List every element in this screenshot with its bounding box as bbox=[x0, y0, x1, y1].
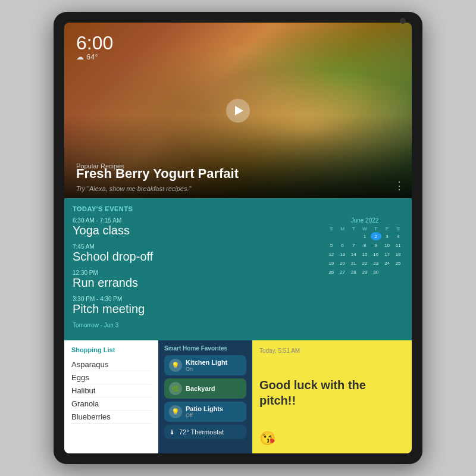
device-status: On bbox=[186, 366, 242, 372]
cal-day-header: W bbox=[359, 226, 370, 231]
event-4[interactable]: 3:30 PM - 4:30 PM Pitch meeting bbox=[73, 296, 320, 316]
event-3[interactable]: 12:30 PM Run errands bbox=[73, 270, 320, 290]
cal-day[interactable]: 7 bbox=[348, 241, 359, 249]
cal-day-header: S bbox=[326, 226, 337, 231]
shopping-item[interactable]: Eggs bbox=[71, 371, 151, 384]
cal-day[interactable]: 13 bbox=[337, 250, 348, 258]
cal-day[interactable]: 6 bbox=[337, 241, 348, 249]
event-4-time: 3:30 PM - 4:30 PM bbox=[73, 296, 320, 302]
events-calendar-panel: Today's Events 6:30 AM - 7:15 AM Yoga cl… bbox=[64, 198, 412, 340]
cal-day[interactable]: 8 bbox=[359, 241, 370, 249]
cal-day[interactable]: 19 bbox=[326, 259, 337, 267]
camera-dot bbox=[400, 18, 406, 24]
cal-day[interactable]: 18 bbox=[393, 250, 403, 258]
smarthome-title: Smart Home Favorites bbox=[164, 345, 246, 352]
cal-day[interactable]: 17 bbox=[382, 250, 393, 258]
device-card[interactable]: 💡Patio LightsOff bbox=[164, 402, 246, 422]
cal-day[interactable]: 28 bbox=[348, 268, 359, 276]
cal-day[interactable]: 14 bbox=[348, 250, 359, 258]
cal-day[interactable]: 11 bbox=[393, 241, 403, 249]
cal-day[interactable]: 20 bbox=[337, 259, 348, 267]
cal-day[interactable]: 25 bbox=[393, 259, 403, 267]
shopping-item[interactable]: Blueberries bbox=[71, 411, 151, 424]
cal-day bbox=[348, 232, 359, 240]
hero-section: 6:00 ☁ 64° Popular Recipes Fresh Berry Y… bbox=[64, 23, 412, 198]
event-2-name: School drop-off bbox=[73, 250, 320, 264]
note-text: Good luck with the pitch!! bbox=[259, 354, 405, 431]
device-info: Patio LightsOff bbox=[186, 405, 242, 418]
cal-day[interactable]: 4 bbox=[393, 232, 403, 240]
device-info: Kitchen LightOn bbox=[186, 359, 242, 372]
alexa-hint: Try "Alexa, show me breakfast recipes." bbox=[76, 185, 191, 192]
device-name: Kitchen Light bbox=[186, 359, 242, 366]
note-timestamp: Today, 5:51 AM bbox=[259, 347, 405, 354]
event-4-name: Pitch meeting bbox=[73, 302, 320, 316]
cal-day[interactable]: 1 bbox=[359, 232, 370, 240]
smarthome-panel: Smart Home Favorites 💡Kitchen LightOn🌿Ba… bbox=[158, 340, 252, 453]
recipe-title: Fresh Berry Yogurt Parfait bbox=[76, 166, 239, 181]
device-name: Backyard bbox=[186, 385, 242, 392]
shopping-item[interactable]: Halibut bbox=[71, 384, 151, 397]
cal-day-header: F bbox=[382, 226, 393, 231]
bottom-panels: Shopping List AsparaqusEggsHalibutGranol… bbox=[64, 340, 412, 453]
event-2[interactable]: 7:45 AM School drop-off bbox=[73, 243, 320, 264]
more-options-button[interactable]: ⋮ bbox=[394, 179, 405, 192]
note-emoji: 😘 bbox=[259, 431, 405, 446]
weather-widget: ☁ 64° bbox=[76, 52, 113, 61]
event-1-time: 6:30 AM - 7:15 AM bbox=[73, 217, 320, 224]
cal-day[interactable]: 3 bbox=[382, 232, 393, 240]
cal-day[interactable]: 9 bbox=[371, 241, 381, 249]
device-card[interactable]: 💡Kitchen LightOn bbox=[164, 355, 246, 375]
device-card[interactable]: 🌿Backyard bbox=[164, 378, 246, 399]
hero-time-widget: 6:00 ☁ 64° bbox=[76, 33, 113, 61]
thermostat-icon: 🌡 bbox=[169, 428, 176, 436]
main-content: Today's Events 6:30 AM - 7:15 AM Yoga cl… bbox=[64, 198, 412, 340]
events-section-title: Today's Events bbox=[73, 205, 403, 212]
cal-day[interactable]: 5 bbox=[326, 241, 337, 249]
cal-day bbox=[393, 268, 403, 276]
play-button[interactable] bbox=[226, 99, 250, 123]
cal-day-header: T bbox=[348, 226, 359, 231]
cal-day[interactable]: 15 bbox=[359, 250, 370, 258]
cal-day-header: M bbox=[337, 226, 348, 231]
thermostat-label: 72° Thermostat bbox=[179, 428, 224, 436]
device-icon: 💡 bbox=[169, 405, 182, 418]
play-icon bbox=[235, 106, 243, 115]
shopping-title: Shopping List bbox=[71, 346, 151, 353]
shopping-item[interactable]: Asparaqus bbox=[71, 358, 151, 371]
calendar-title: June 2022 bbox=[326, 217, 403, 224]
event-3-time: 12:30 PM bbox=[73, 270, 320, 276]
device-frame: 6:00 ☁ 64° Popular Recipes Fresh Berry Y… bbox=[54, 12, 422, 464]
thermostat-bar[interactable]: 🌡 72° Thermostat bbox=[164, 425, 246, 439]
event-3-name: Run errands bbox=[73, 276, 320, 290]
events-list: 6:30 AM - 7:15 AM Yoga class 7:45 AM Sch… bbox=[73, 217, 320, 328]
cal-day[interactable]: 22 bbox=[359, 259, 370, 267]
cal-day[interactable]: 26 bbox=[326, 268, 337, 276]
event-1-name: Yoga class bbox=[73, 224, 320, 237]
device-name: Patio Lights bbox=[186, 405, 242, 412]
tomorrow-label: Tomorrow - Jun 3 bbox=[73, 322, 320, 328]
temperature: 64° bbox=[86, 52, 98, 61]
weather-icon: ☁ bbox=[76, 52, 84, 61]
cal-day[interactable]: 24 bbox=[382, 259, 393, 267]
cal-day[interactable]: 27 bbox=[337, 268, 348, 276]
mini-calendar: June 2022 SMTWTFS12345678910111213141516… bbox=[326, 217, 403, 328]
cal-day[interactable]: 30 bbox=[371, 268, 381, 276]
note-panel: Today, 5:51 AM Good luck with the pitch!… bbox=[252, 340, 412, 453]
shopping-item[interactable]: Granola bbox=[71, 397, 151, 411]
cal-day[interactable]: 16 bbox=[371, 250, 381, 258]
cal-day[interactable]: 23 bbox=[371, 259, 381, 267]
device-icon: 🌿 bbox=[169, 382, 182, 395]
cal-day[interactable]: 2 bbox=[371, 232, 381, 240]
cal-day[interactable]: 29 bbox=[359, 268, 370, 276]
cal-day[interactable]: 21 bbox=[348, 259, 359, 267]
cal-day[interactable]: 10 bbox=[382, 241, 393, 249]
events-cal-inner: 6:30 AM - 7:15 AM Yoga class 7:45 AM Sch… bbox=[73, 217, 403, 328]
event-1[interactable]: 6:30 AM - 7:15 AM Yoga class bbox=[73, 217, 320, 237]
cal-day-header: T bbox=[371, 226, 381, 231]
shopping-panel: Shopping List AsparaqusEggsHalibutGranol… bbox=[64, 340, 158, 453]
cal-day[interactable]: 12 bbox=[326, 250, 337, 258]
cal-day bbox=[382, 268, 393, 276]
device-cards-list: 💡Kitchen LightOn🌿Backyard💡Patio LightsOf… bbox=[164, 355, 246, 422]
device-status: Off bbox=[186, 412, 242, 418]
